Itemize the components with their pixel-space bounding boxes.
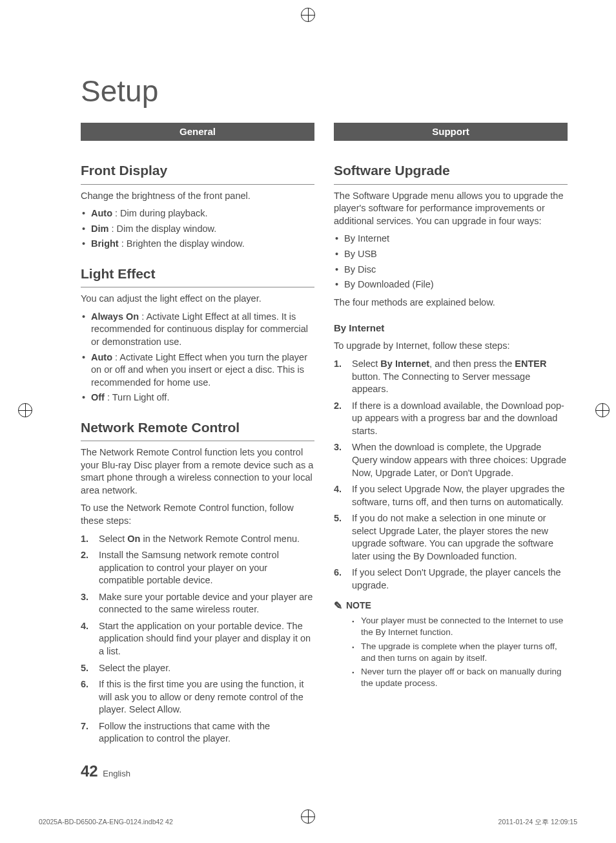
print-file-info: 02025A-BD-D6500-ZA-ENG-0124.indb42 42	[39, 817, 173, 826]
document-page: Setup General Front Display Change the b…	[0, 0, 616, 843]
by-internet-steps: Select By Internet, and then press the E…	[334, 358, 568, 592]
software-upgrade-intro: The Software Upgrade menu allows you to …	[334, 190, 568, 228]
list-item: By Disc	[334, 264, 568, 276]
option-text: : Dim the display window.	[108, 224, 216, 234]
step-text: Select	[99, 534, 127, 544]
option-text: : Turn Light off.	[105, 392, 170, 402]
list-item: Auto : Activate Light Effect when you tu…	[81, 351, 314, 390]
page-title: Setup	[81, 71, 580, 111]
step-item: If you select Don't Upgrade, the player …	[334, 567, 568, 592]
list-item: Dim : Dim the display window.	[81, 223, 314, 236]
note-icon: ✎	[334, 599, 342, 613]
step-item: Follow the instructions that came with t…	[81, 720, 314, 745]
by-internet-intro: To upgrade by Internet, follow these ste…	[334, 340, 568, 353]
step-text: button. The Connecting to Server message…	[352, 371, 530, 395]
heading-software-upgrade: Software Upgrade	[334, 161, 568, 184]
front-display-list: Auto : Dim during playback. Dim : Dim th…	[81, 207, 314, 251]
step-bold: By Internet	[380, 359, 429, 369]
page-language: English	[103, 769, 130, 778]
network-remote-p2: To use the Network Remote Control functi…	[81, 502, 314, 527]
note-label: NOTE	[346, 599, 371, 612]
notes-list: Your player must be connected to the Int…	[334, 615, 568, 689]
step-text: in the Network Remote Control menu.	[140, 534, 300, 544]
option-label: Always On	[91, 311, 139, 322]
step-item: When the download is complete, the Upgra…	[334, 441, 568, 479]
list-item: By Internet	[334, 233, 568, 245]
right-column: Support Software Upgrade The Software Up…	[334, 123, 568, 749]
heading-front-display: Front Display	[81, 161, 314, 184]
option-text: : Activate Light Effect when you turn th…	[91, 352, 307, 388]
light-effect-intro: You can adjust the light effect on the p…	[81, 293, 314, 306]
step-item: Start the application on your portable d…	[81, 620, 314, 658]
light-effect-list: Always On : Activate Light Effect at all…	[81, 311, 314, 404]
option-label: Auto	[91, 208, 112, 218]
registration-mark-left	[18, 403, 32, 417]
list-item: Off : Turn Light off.	[81, 391, 314, 404]
step-item: Select On in the Network Remote Control …	[81, 533, 314, 546]
network-remote-steps: Select On in the Network Remote Control …	[81, 533, 314, 745]
subheading-by-internet: By Internet	[334, 322, 568, 335]
option-label: Off	[91, 392, 105, 402]
step-item: Make sure your portable device and your …	[81, 591, 314, 616]
upgrade-ways-list: By Internet By USB By Disc By Downloaded…	[334, 233, 568, 291]
network-remote-p1: The Network Remote Control function lets…	[81, 446, 314, 497]
note-item: Your player must be connected to the Int…	[352, 615, 568, 638]
note-item: Never turn the player off or back on man…	[352, 666, 568, 689]
option-label: Dim	[91, 224, 108, 234]
print-footer: 02025A-BD-D6500-ZA-ENG-0124.indb42 42 20…	[0, 817, 616, 826]
step-text: , and then press the	[429, 359, 515, 369]
heading-light-effect: Light Effect	[81, 265, 314, 287]
software-upgrade-outro: The four methods are explained below.	[334, 297, 568, 309]
section-bar-support: Support	[334, 123, 568, 141]
option-text: : Dim during playback.	[112, 208, 207, 218]
list-item: By USB	[334, 248, 568, 261]
list-item: Bright : Brighten the display window.	[81, 238, 314, 251]
step-bold: ENTER	[515, 359, 546, 369]
list-item: Auto : Dim during playback.	[81, 207, 314, 220]
list-item: By Downloaded (File)	[334, 278, 568, 291]
step-text: Select	[352, 359, 380, 369]
step-item: If you select Upgrade Now, the player up…	[334, 483, 568, 508]
left-column: General Front Display Change the brightn…	[81, 123, 314, 749]
registration-mark-right	[595, 403, 610, 417]
option-text: : Brighten the display window.	[119, 238, 245, 249]
step-item: Select By Internet, and then press the E…	[334, 358, 568, 396]
heading-network-remote: Network Remote Control	[81, 419, 314, 441]
section-bar-general: General	[81, 123, 314, 141]
front-display-intro: Change the brightness of the front panel…	[81, 190, 314, 203]
step-item: If you do not make a selection in one mi…	[334, 512, 568, 563]
page-footer: 42 English	[81, 761, 130, 782]
list-item: Always On : Activate Light Effect at all…	[81, 311, 314, 349]
option-label: Auto	[91, 352, 112, 362]
note-header: ✎ NOTE	[334, 599, 568, 613]
step-bold: On	[127, 534, 140, 544]
step-item: Install the Samsung network remote contr…	[81, 549, 314, 587]
print-timestamp: 2011-01-24 오후 12:09:15	[498, 817, 577, 826]
note-item: The upgrade is complete when the player …	[352, 641, 568, 664]
content-columns: General Front Display Change the brightn…	[36, 123, 580, 749]
step-item: If there is a download available, the Do…	[334, 400, 568, 438]
page-number: 42	[81, 762, 98, 780]
registration-mark-top	[301, 8, 315, 22]
step-item: If this is the first time you are using …	[81, 678, 314, 716]
option-label: Bright	[91, 238, 119, 249]
step-item: Select the player.	[81, 662, 314, 675]
